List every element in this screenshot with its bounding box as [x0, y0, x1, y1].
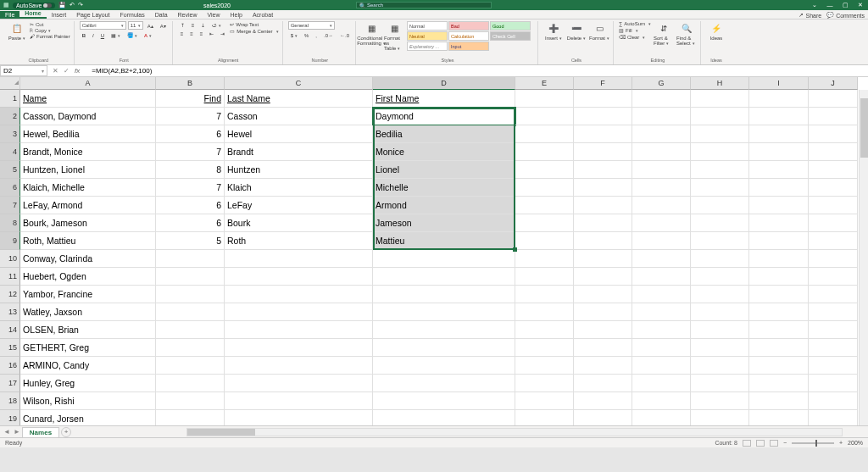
cell-H5[interactable] — [691, 161, 749, 179]
cell-F11[interactable] — [574, 268, 632, 286]
cell-D10[interactable] — [373, 250, 515, 268]
ideas-button[interactable]: ⚡Ideas — [706, 21, 726, 41]
tab-page-layout[interactable]: Page Layout — [71, 11, 114, 19]
row-header[interactable]: 18 — [0, 392, 20, 410]
cell-C9[interactable]: Roth — [225, 232, 373, 250]
cell-J13[interactable] — [809, 303, 858, 321]
fill-button[interactable]: ▥ Fill — [619, 27, 651, 33]
sort-filter-button[interactable]: ⇵Sort & Filter — [654, 21, 674, 46]
column-header-I[interactable]: I — [749, 77, 809, 90]
cell-A11[interactable]: Huebert, Ogden — [20, 268, 156, 286]
cell-H1[interactable] — [691, 90, 749, 108]
comma-button[interactable]: , — [313, 32, 320, 39]
cell-A5[interactable]: Huntzen, Lionel — [20, 161, 156, 179]
cell-B14[interactable] — [156, 321, 225, 339]
comments-button[interactable]: 💬 Comments — [826, 12, 865, 19]
cell-A1[interactable]: Name — [20, 90, 156, 108]
style-input[interactable]: Input — [448, 42, 489, 51]
cell-E14[interactable] — [515, 321, 574, 339]
view-page-break-button[interactable] — [770, 440, 778, 447]
cell-H16[interactable] — [691, 357, 749, 375]
cell-C16[interactable] — [225, 357, 373, 375]
cell-C18[interactable] — [225, 392, 373, 410]
format-cells-button[interactable]: ▭Format — [589, 21, 609, 41]
style-bad[interactable]: Bad — [448, 21, 489, 31]
cell-B3[interactable]: 6 — [156, 125, 225, 143]
cell-J7[interactable] — [809, 197, 858, 214]
row-header[interactable]: 2 — [0, 108, 20, 125]
worksheet-grid[interactable]: ABCDEFGHIJ 12345678910111213141516171819… — [0, 77, 868, 425]
row-header[interactable]: 10 — [0, 250, 20, 268]
view-normal-button[interactable] — [743, 440, 751, 447]
cell-G9[interactable] — [632, 232, 691, 250]
cell-I1[interactable] — [749, 90, 809, 108]
close-button[interactable]: ✕ — [853, 0, 868, 10]
tab-formulas[interactable]: Formulas — [115, 11, 150, 19]
cell-J3[interactable] — [809, 125, 858, 143]
cell-A17[interactable]: Hunley, Greg — [20, 375, 156, 392]
dec-decimal-button[interactable]: ←.0 — [337, 32, 352, 39]
cell-J18[interactable] — [809, 392, 858, 410]
column-header-H[interactable]: H — [691, 77, 749, 90]
format-painter-button[interactable]: 🖌Format Painter — [30, 34, 70, 39]
zoom-level[interactable]: 200% — [848, 440, 863, 446]
row-header[interactable]: 13 — [0, 303, 20, 321]
maximize-button[interactable]: ▢ — [837, 0, 853, 10]
cell-I7[interactable] — [749, 197, 809, 214]
cell-E18[interactable] — [515, 392, 574, 410]
ribbon-options-button[interactable]: ⌄ — [807, 0, 822, 10]
cell-E7[interactable] — [515, 197, 574, 214]
cell-F8[interactable] — [574, 214, 632, 232]
cell-D8[interactable]: Jameson — [373, 214, 515, 232]
search-box[interactable]: 🔍 Search — [356, 2, 492, 8]
cell-J1[interactable] — [809, 90, 858, 108]
cell-D7[interactable]: Armond — [373, 197, 515, 214]
cell-F15[interactable] — [574, 339, 632, 357]
tab-review[interactable]: Review — [173, 11, 203, 19]
row-header[interactable]: 16 — [0, 357, 20, 375]
cell-H7[interactable] — [691, 197, 749, 214]
cell-B2[interactable]: 7 — [156, 108, 225, 125]
cell-A15[interactable]: GETHERT, Greg — [20, 339, 156, 357]
row-header[interactable]: 6 — [0, 179, 20, 197]
cell-A8[interactable]: Bourk, Jameson — [20, 214, 156, 232]
cancel-formula-button[interactable]: ✕ — [53, 67, 58, 75]
cell-A7[interactable]: LeFay, Armond — [20, 197, 156, 214]
cell-D6[interactable]: Michelle — [373, 179, 515, 197]
cell-C4[interactable]: Brandt — [225, 143, 373, 161]
cell-D9[interactable]: Mattieu — [373, 232, 515, 250]
cell-C13[interactable] — [225, 303, 373, 321]
font-color-button[interactable]: A — [142, 32, 154, 39]
cell-F17[interactable] — [574, 375, 632, 392]
format-as-table-button[interactable]: ▦Format as Table — [384, 21, 404, 51]
row-header[interactable]: 7 — [0, 197, 20, 214]
cell-I9[interactable] — [749, 232, 809, 250]
cell-B17[interactable] — [156, 375, 225, 392]
minimize-button[interactable]: — — [822, 0, 837, 10]
column-header-F[interactable]: F — [574, 77, 632, 90]
cell-J9[interactable] — [809, 232, 858, 250]
cell-B11[interactable] — [156, 268, 225, 286]
cell-D13[interactable] — [373, 303, 515, 321]
row-header[interactable]: 17 — [0, 375, 20, 392]
cell-C1[interactable]: Last Name — [225, 90, 373, 108]
align-right-button[interactable]: ≡ — [198, 31, 206, 37]
cell-B1[interactable]: Find — [156, 90, 225, 108]
cell-I5[interactable] — [749, 161, 809, 179]
add-sheet-button[interactable]: + — [61, 427, 71, 437]
style-normal[interactable]: Normal — [407, 21, 448, 31]
cell-E16[interactable] — [515, 357, 574, 375]
cell-H18[interactable] — [691, 392, 749, 410]
row-header[interactable]: 3 — [0, 125, 20, 143]
cell-D12[interactable] — [373, 286, 515, 303]
paste-button[interactable]: 📋Paste — [7, 21, 27, 41]
cell-I6[interactable] — [749, 179, 809, 197]
cell-E3[interactable] — [515, 125, 574, 143]
cell-C11[interactable] — [225, 268, 373, 286]
cell-D3[interactable]: Bedilia — [373, 125, 515, 143]
style-calculation[interactable]: Calculation — [448, 31, 489, 41]
cell-G8[interactable] — [632, 214, 691, 232]
number-format-select[interactable]: General — [288, 21, 335, 30]
cell-E1[interactable] — [515, 90, 574, 108]
accounting-button[interactable]: $ — [288, 32, 300, 39]
